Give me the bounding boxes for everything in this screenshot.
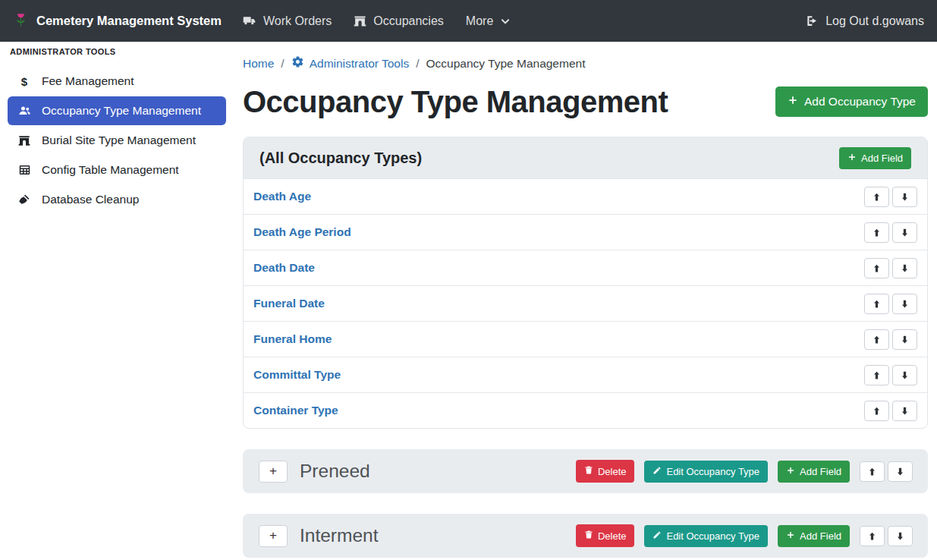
button-label: Edit Occupancy Type	[666, 466, 759, 477]
plus-icon	[847, 153, 857, 164]
sidebar-item-fee-management[interactable]: $ Fee Management	[8, 67, 226, 96]
breadcrumb-separator: /	[281, 57, 284, 71]
field-row: Death Date	[244, 250, 927, 285]
field-link-death-date[interactable]: Death Date	[253, 261, 315, 275]
archway-icon	[17, 134, 32, 146]
button-label: Add Field	[861, 153, 903, 164]
move-down-button[interactable]	[892, 365, 917, 385]
expand-button[interactable]: +	[259, 461, 288, 483]
expand-button[interactable]: +	[259, 525, 288, 547]
move-down-button[interactable]	[888, 526, 913, 546]
move-up-button[interactable]	[860, 526, 885, 546]
broom-icon	[17, 193, 32, 206]
move-down-button[interactable]	[892, 222, 917, 243]
all-occupancy-types-header: (All Occupancy Types) Add Field	[244, 137, 927, 178]
title-row: Occupancy Type Management Add Occupancy …	[243, 83, 928, 120]
move-up-button[interactable]	[864, 401, 889, 421]
arrow-up-icon	[867, 531, 877, 541]
arrow-down-icon	[900, 299, 910, 309]
move-down-button[interactable]	[892, 294, 917, 314]
arrow-down-icon	[895, 467, 905, 477]
delete-button[interactable]: Delete	[576, 460, 635, 483]
arrow-up-icon	[872, 335, 882, 344]
sidebar-item-label: Config Table Management	[42, 163, 179, 177]
nav-occupancies[interactable]: Occupancies	[354, 14, 444, 28]
breadcrumb-admin-tools-link[interactable]: Administrator Tools	[291, 55, 410, 71]
field-link-death-age-period[interactable]: Death Age Period	[253, 225, 351, 239]
breadcrumb-label: Administrator Tools	[310, 57, 410, 71]
move-down-button[interactable]	[888, 461, 913, 482]
reorder-controls	[860, 526, 913, 546]
reorder-controls	[864, 258, 917, 278]
sidebar-item-label: Burial Site Type Management	[42, 134, 196, 147]
field-link-death-age[interactable]: Death Age	[253, 190, 311, 203]
occupancy-type-section-interment: + Interment Delete Edit Occupancy Type	[243, 514, 928, 558]
add-occupancy-type-button[interactable]: Add Occupancy Type	[775, 87, 928, 117]
main-content: Home / Administrator Tools / Occupancy T…	[235, 42, 937, 560]
reorder-controls	[864, 187, 917, 207]
page-title: Occupancy Type Management	[243, 83, 668, 120]
reorder-controls	[864, 365, 917, 385]
table-icon	[17, 164, 32, 176]
edit-occupancy-type-button[interactable]: Edit Occupancy Type	[644, 461, 768, 483]
field-row: Container Type	[244, 392, 927, 428]
delete-button[interactable]: Delete	[576, 524, 635, 547]
move-up-button[interactable]	[864, 258, 889, 278]
arrow-down-icon	[895, 531, 905, 541]
move-down-button[interactable]	[892, 329, 917, 350]
arrow-down-icon	[900, 263, 910, 273]
arrow-down-icon	[900, 370, 910, 380]
button-label: Delete	[598, 530, 627, 542]
sidebar-item-burial-site-type-management[interactable]: Burial Site Type Management	[8, 126, 226, 155]
move-up-button[interactable]	[864, 365, 889, 385]
nav-more[interactable]: More	[466, 14, 511, 28]
move-down-button[interactable]	[892, 187, 917, 207]
move-up-button[interactable]	[864, 294, 889, 314]
breadcrumb-current: Occupancy Type Management	[426, 57, 586, 71]
button-label: Add Field	[800, 530, 841, 542]
field-link-funeral-home[interactable]: Funeral Home	[253, 332, 332, 346]
add-field-button[interactable]: Add Field	[778, 461, 850, 483]
logout-icon	[805, 14, 819, 27]
arrow-up-icon	[872, 406, 882, 416]
nav-work-orders[interactable]: Work Orders	[242, 14, 332, 28]
field-row: Funeral Date	[244, 285, 927, 321]
arrow-down-icon	[900, 406, 910, 416]
breadcrumb: Home / Administrator Tools / Occupancy T…	[243, 55, 928, 71]
breadcrumb-separator: /	[416, 57, 419, 71]
add-field-button[interactable]: Add Field	[839, 147, 911, 169]
breadcrumb-home-link[interactable]: Home	[243, 57, 274, 71]
gear-icon	[291, 55, 304, 71]
edit-occupancy-type-button[interactable]: Edit Occupancy Type	[644, 525, 768, 547]
card-title: (All Occupancy Types)	[259, 149, 422, 167]
field-link-container-type[interactable]: Container Type	[253, 404, 338, 417]
arrow-up-icon	[872, 370, 882, 380]
move-down-button[interactable]	[892, 258, 917, 278]
nav-label: Occupancies	[373, 14, 444, 28]
arrow-down-icon	[900, 192, 910, 202]
sidebar-item-database-cleanup[interactable]: Database Cleanup	[8, 185, 226, 214]
sidebar-item-label: Database Cleanup	[42, 193, 139, 206]
logout-button[interactable]: Log Out d.gowans	[805, 14, 924, 28]
reorder-controls	[864, 401, 917, 421]
button-label: Edit Occupancy Type	[666, 530, 759, 542]
move-up-button[interactable]	[860, 461, 885, 482]
trash-icon	[584, 465, 593, 477]
all-occupancy-types-card: (All Occupancy Types) Add Field Death Ag…	[243, 137, 928, 429]
sidebar-item-config-table-management[interactable]: Config Table Management	[8, 156, 226, 184]
move-up-button[interactable]	[864, 187, 889, 207]
chevron-down-icon	[500, 16, 511, 27]
nav-label: Work Orders	[263, 14, 332, 28]
logout-label: Log Out d.gowans	[825, 14, 924, 28]
users-icon	[17, 105, 32, 117]
move-down-button[interactable]	[892, 401, 917, 421]
move-up-button[interactable]	[864, 329, 889, 350]
add-field-button[interactable]: Add Field	[778, 525, 850, 547]
app-brand[interactable]: Cemetery Management System	[13, 11, 222, 32]
field-link-committal-type[interactable]: Committal Type	[253, 368, 341, 382]
move-up-button[interactable]	[864, 222, 889, 243]
section-actions: Delete Edit Occupancy Type Add Field	[576, 524, 913, 547]
pencil-icon	[652, 466, 662, 477]
field-link-funeral-date[interactable]: Funeral Date	[253, 297, 325, 310]
sidebar-item-occupancy-type-management[interactable]: Occupancy Type Management	[8, 96, 226, 125]
